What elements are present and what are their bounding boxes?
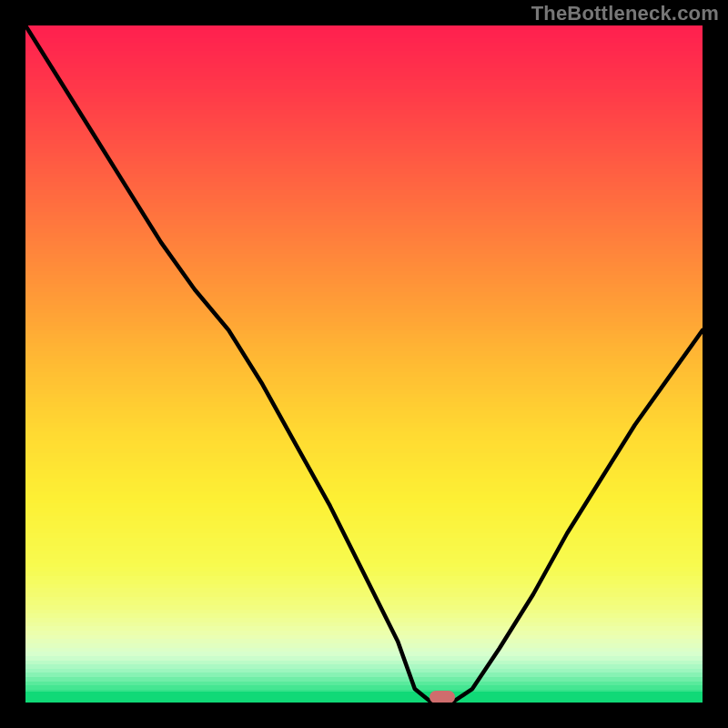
curve-svg bbox=[25, 25, 703, 703]
minimum-marker bbox=[430, 691, 455, 703]
plot-area bbox=[25, 25, 703, 703]
watermark-label: TheBottleneck.com bbox=[531, 2, 719, 25]
chart-stage: TheBottleneck.com bbox=[0, 0, 728, 728]
bottleneck-curve bbox=[25, 25, 703, 703]
